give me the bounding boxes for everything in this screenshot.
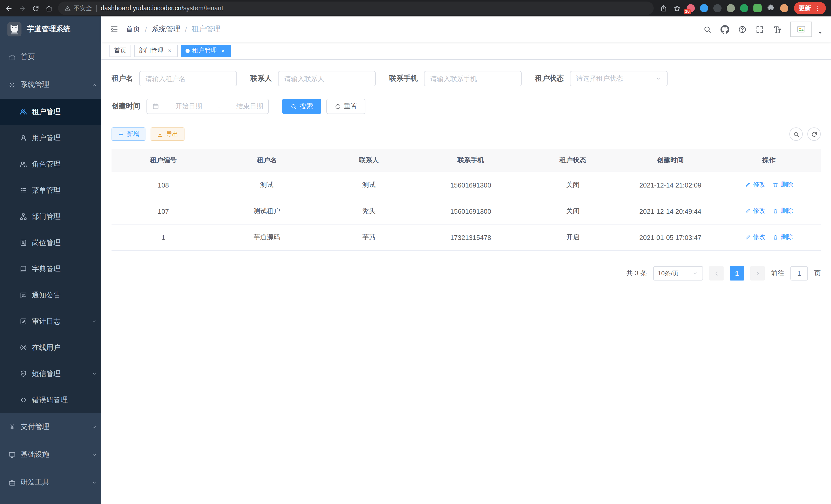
prev-page-button[interactable] <box>709 266 724 280</box>
column-header: 租户编号 <box>112 149 215 172</box>
caret-down-icon[interactable] <box>818 30 823 35</box>
security-chip[interactable]: 不安全 <box>64 4 92 12</box>
sidebar-item-16[interactable]: 研发工具 <box>0 469 101 496</box>
sidebar-item-0[interactable]: 首页 <box>0 43 101 71</box>
chevron-down-icon <box>91 480 97 485</box>
cell-created: 2021-01-05 17:03:47 <box>624 224 717 250</box>
close-icon[interactable]: × <box>220 47 227 54</box>
delete-button[interactable]: 删除 <box>772 181 793 189</box>
refresh-icon <box>335 103 341 110</box>
fontsize-icon[interactable] <box>773 25 782 34</box>
share-icon[interactable] <box>660 4 667 12</box>
sidebar-item-4[interactable]: 角色管理 <box>0 151 101 177</box>
browser-update-button[interactable]: 更新 <box>794 2 826 14</box>
column-header: 租户名 <box>215 149 319 172</box>
extension-blue[interactable] <box>700 4 708 12</box>
close-icon[interactable]: × <box>166 47 173 54</box>
top-navbar: 首页 / 系统管理 / 租户管理 <box>101 17 831 42</box>
tab-0[interactable]: 首页 <box>110 45 131 57</box>
sidebar-item-12[interactable]: 短信管理 <box>0 361 101 387</box>
page-size-select[interactable]: 10条/页 <box>653 266 703 280</box>
date-separator: - <box>218 102 221 110</box>
edit-button[interactable]: 修改 <box>745 181 765 189</box>
delete-button[interactable]: 删除 <box>772 207 793 215</box>
sidebar-item-label: 角色管理 <box>32 159 61 169</box>
search-icon <box>793 131 799 138</box>
address-bar[interactable]: 不安全 dashboard.yudao.iocoder.cn/system/te… <box>58 2 654 15</box>
breadcrumb-home[interactable]: 首页 <box>126 25 140 34</box>
page-1-button[interactable]: 1 <box>730 266 744 280</box>
sidebar-item-13[interactable]: 错误码管理 <box>0 387 101 413</box>
sidebar-collapse-icon[interactable] <box>110 25 119 34</box>
create-time-range-picker[interactable]: 开始日期 - 结束日期 <box>146 99 269 114</box>
fullscreen-icon[interactable] <box>755 25 764 34</box>
trash-icon <box>772 234 779 240</box>
edit-button[interactable]: 修改 <box>745 233 765 242</box>
forward-icon[interactable] <box>19 4 26 12</box>
sidebar-item-label: 部门管理 <box>32 212 61 221</box>
table-body: 108测试测试15601691300关闭2021-12-14 21:02:09修… <box>112 172 821 250</box>
user-avatar[interactable] <box>791 22 812 37</box>
extension-green-circle[interactable] <box>740 4 748 12</box>
sidebar-item-10[interactable]: 审计日志 <box>0 308 101 334</box>
sidebar-item-1[interactable]: 系统管理 <box>0 71 101 99</box>
github-icon[interactable] <box>720 25 729 34</box>
sidebar-item-7[interactable]: 岗位管理 <box>0 230 101 256</box>
sidebar-item-3[interactable]: 用户管理 <box>0 125 101 151</box>
search-button[interactable]: 搜索 <box>282 99 321 114</box>
mobile-input[interactable] <box>424 71 522 86</box>
extension-green-square[interactable] <box>753 4 762 12</box>
goto-page-input[interactable] <box>791 266 808 280</box>
show-search-button[interactable] <box>790 127 803 141</box>
refresh-table-button[interactable] <box>807 127 821 141</box>
puzzle-icon[interactable] <box>767 4 775 12</box>
sidebar-item-11[interactable]: 在线用户 <box>0 334 101 361</box>
search-icon[interactable] <box>703 25 712 34</box>
menu-dots-icon[interactable] <box>814 5 821 12</box>
edit-button[interactable]: 修改 <box>745 207 765 215</box>
delete-button[interactable]: 删除 <box>772 233 793 242</box>
sidebar-item-8[interactable]: 字典管理 <box>0 256 101 282</box>
question-icon[interactable] <box>738 25 747 34</box>
breadcrumb-current: 租户管理 <box>192 25 221 34</box>
create-time-label: 创建时间 <box>112 102 140 111</box>
tab-2[interactable]: 租户管理× <box>181 45 231 57</box>
chevron-down-icon <box>692 270 698 276</box>
add-button[interactable]: 新增 <box>112 127 145 141</box>
extension-pink[interactable]: 10 <box>687 4 695 12</box>
cell-mobile: 15601691300 <box>419 198 522 224</box>
sidebar-item-2[interactable]: 租户管理 <box>0 99 101 125</box>
sidebar-item-label: 基础设施 <box>21 450 49 459</box>
url-text: dashboard.yudao.iocoder.cn/system/tenant <box>101 5 223 12</box>
sidebar-item-9[interactable]: 通知公告 <box>0 282 101 308</box>
home-icon[interactable] <box>45 4 53 12</box>
breadcrumb-system[interactable]: 系统管理 <box>152 25 180 34</box>
bookmark-star-icon[interactable] <box>673 4 681 12</box>
filter-mobile: 联系手机 <box>389 71 522 86</box>
column-header: 租户状态 <box>522 149 624 172</box>
sidebar-item-15[interactable]: 基础设施 <box>0 441 101 469</box>
cell-mobile: 17321315478 <box>419 224 522 250</box>
reload-icon[interactable] <box>32 4 39 12</box>
cell-actions: 修改删除 <box>717 198 821 224</box>
back-icon[interactable] <box>5 4 13 12</box>
tab-1[interactable]: 部门管理× <box>134 45 178 57</box>
column-header: 创建时间 <box>624 149 717 172</box>
extension-olive[interactable] <box>727 4 735 12</box>
sidebar-item-6[interactable]: 部门管理 <box>0 203 101 230</box>
tenant-status-select[interactable]: 请选择租户状态 <box>570 71 667 86</box>
contact-input[interactable] <box>278 71 376 86</box>
next-page-button[interactable] <box>750 266 765 280</box>
sidebar-item-5[interactable]: 菜单管理 <box>0 177 101 203</box>
export-button[interactable]: 导出 <box>150 127 184 141</box>
extension-dark[interactable] <box>713 4 721 12</box>
sidebar-item-14[interactable]: 支付管理 <box>0 413 101 441</box>
reset-button[interactable]: 重置 <box>326 99 365 114</box>
tenant-name-input[interactable] <box>139 71 237 86</box>
edit-icon <box>745 182 751 188</box>
status-label: 租户状态 <box>535 74 564 83</box>
column-header: 操作 <box>717 149 821 172</box>
cell-name: 测试 <box>215 172 319 198</box>
edit-icon <box>745 234 751 240</box>
profile-avatar[interactable] <box>780 4 789 12</box>
